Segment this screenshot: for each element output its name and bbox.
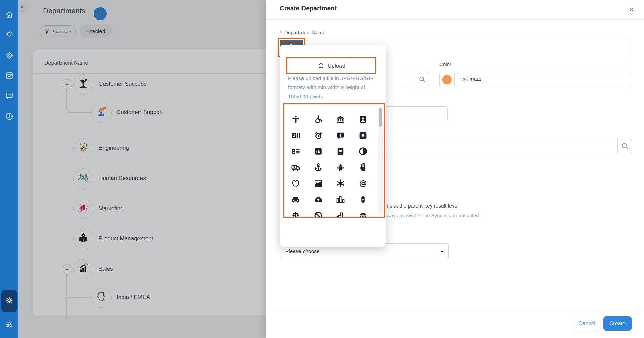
grid-icon-portrait[interactable] (358, 115, 368, 124)
grid-icon-chart-column[interactable] (336, 195, 345, 204)
grid-icon-bank[interactable] (336, 115, 345, 124)
grid-icon-balance-scale[interactable] (291, 211, 300, 218)
grid-icon-at-sign[interactable]: @ (358, 179, 368, 188)
grid-icon-apple[interactable] (291, 179, 300, 188)
color-swatch-box[interactable] (439, 72, 455, 87)
india-map-icon (96, 291, 107, 304)
sidebar-item-preferences[interactable] (0, 318, 18, 333)
department-name-customer-support[interactable]: Customer Support (117, 109, 163, 116)
support-agent-icon (96, 106, 107, 119)
status-filter[interactable]: Status ▾ (40, 25, 76, 37)
sidebar-item-goal[interactable] (0, 49, 18, 64)
goal-icon (5, 51, 14, 61)
tree-connector (66, 297, 67, 319)
grid-icon-male[interactable] (291, 115, 300, 124)
upload-button[interactable]: Upload (286, 57, 376, 74)
department-name-human-resources[interactable]: Human Resources (98, 175, 146, 182)
table-header-department-name: Department Name (44, 60, 88, 66)
grid-icon-id-card[interactable] (291, 147, 300, 156)
search-button[interactable] (415, 72, 429, 87)
grid-icon-battery-bolt[interactable] (358, 195, 368, 204)
department-name-marketing[interactable]: Marketing (98, 205, 124, 212)
grid-icon-caret-square-down[interactable] (358, 131, 368, 140)
marketing-megaphone-icon (78, 202, 89, 215)
grid-icon-car[interactable] (291, 195, 300, 204)
cancel-button[interactable]: Cancel (573, 316, 600, 331)
app-root: > Departments + Status ▾ Enabled Departm… (0, 0, 644, 338)
status-filter-label: Status (52, 29, 67, 34)
chevron-right-icon: > (21, 4, 24, 9)
grid-icon-comment-exclamation[interactable] (336, 131, 345, 140)
color-label: Color (439, 61, 451, 67)
plus-icon: + (97, 9, 103, 18)
department-avatar[interactable] (73, 259, 93, 279)
app-sidebar (0, 0, 18, 338)
color-value-input[interactable] (457, 72, 631, 87)
grid-icon-anchor[interactable] (314, 163, 323, 172)
upload-hint-line: Please upload a file in JPG/PNG/GIF (288, 75, 373, 81)
settings-icon (5, 296, 14, 306)
sync-disabled-hint-text: ways allowed since Sync is auto disabled… (387, 213, 480, 218)
department-name-sales[interactable]: Sales (98, 266, 113, 272)
collapse-button[interactable]: − (62, 79, 72, 90)
grid-icon-hand-peace[interactable] (358, 163, 368, 172)
sidebar-item-chat[interactable] (0, 89, 18, 104)
required-asterisk: * (280, 30, 282, 35)
department-avatar[interactable] (73, 74, 93, 95)
grid-icon-asterisk[interactable] (336, 179, 345, 188)
grid-icon-ban[interactable] (314, 211, 323, 218)
sidebar-expand-button[interactable]: > (17, 2, 27, 11)
idea-icon (5, 31, 14, 41)
engineering-gear-icon (78, 142, 89, 155)
grid-icon-chart-area[interactable] (314, 179, 323, 188)
department-name-india-emea[interactable]: India / EMEA (117, 294, 150, 301)
icon-grid: @ (283, 103, 385, 218)
sidebar-item-settings[interactable] (0, 294, 18, 308)
grid-icon-ambulance[interactable] (291, 163, 300, 172)
department-avatar[interactable] (73, 138, 93, 158)
collapse-button[interactable]: − (62, 264, 72, 275)
department-name-engineering[interactable]: Engineering (98, 145, 129, 151)
close-icon[interactable]: × (629, 6, 634, 13)
grid-icon-wheelchair[interactable] (314, 115, 323, 124)
add-department-button[interactable]: + (94, 7, 107, 20)
department-avatar[interactable] (91, 103, 112, 123)
department-avatar[interactable] (73, 199, 93, 219)
department-name-label: *Department Name (280, 30, 325, 35)
grid-icon-adjust[interactable] (358, 147, 368, 156)
grid-icon-chart-steps[interactable] (336, 211, 345, 218)
page-title: Departments (43, 7, 85, 15)
upload-icon (318, 62, 324, 70)
grid-icon-address-book[interactable] (291, 131, 300, 140)
grid-icon-alarm-clock[interactable] (314, 131, 323, 140)
home-icon (5, 10, 14, 21)
grid-icon-chart-square[interactable] (314, 147, 323, 156)
scrollbar-thumb[interactable] (379, 108, 382, 127)
sidebar-item-idea[interactable] (0, 28, 18, 43)
department-name-product-management[interactable]: Product Management (98, 235, 153, 242)
grid-icon-clipboard-list[interactable] (336, 147, 345, 156)
grid-icon-museum[interactable] (358, 211, 368, 218)
sidebar-item-gauge[interactable] (0, 110, 18, 124)
department-avatar[interactable] (91, 288, 112, 308)
grid-icon-android[interactable] (336, 163, 345, 172)
divider (266, 19, 644, 20)
department-avatar[interactable] (73, 229, 93, 249)
department-avatar[interactable] (73, 168, 93, 189)
enabled-filter-chip[interactable]: Enabled (80, 25, 112, 37)
sidebar-item-home[interactable] (0, 8, 18, 23)
department-name-customer-success[interactable]: Customer Success (98, 81, 147, 87)
create-button[interactable]: Create (603, 316, 632, 331)
grid-icon-cloud-upload[interactable] (314, 195, 323, 204)
upload-hint-line: formats with min width x height of (288, 84, 365, 90)
success-person-flag-icon (78, 78, 89, 91)
preferences-icon (5, 320, 14, 330)
panel-title: Create Department (280, 5, 337, 12)
chevron-down-icon: ▾ (69, 29, 71, 34)
search-button[interactable] (618, 139, 632, 154)
chat-icon (5, 91, 14, 102)
sidebar-item-tasks[interactable] (0, 69, 18, 83)
icon-picker-dropdown: Upload Please upload a file in JPG/PNG/G… (280, 45, 386, 247)
tasks-icon (5, 71, 14, 81)
hr-people-search-icon (78, 172, 89, 185)
